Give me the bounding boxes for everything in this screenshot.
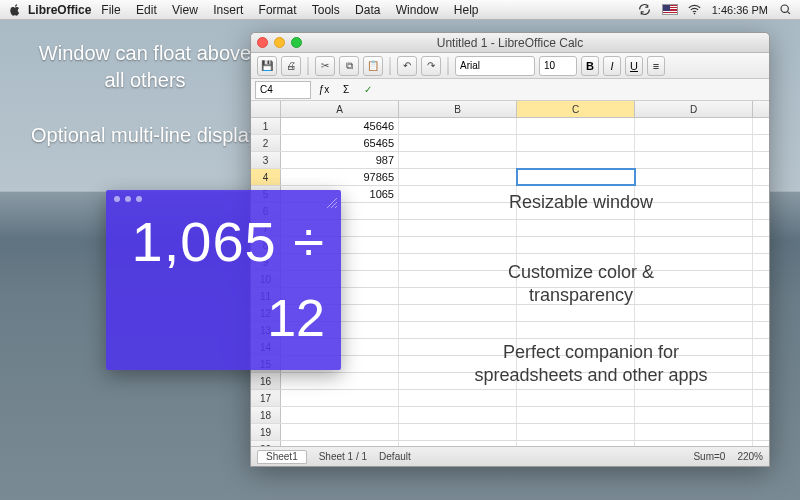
cell[interactable] bbox=[399, 237, 517, 253]
sheet-tab[interactable]: Sheet1 bbox=[257, 450, 307, 464]
resize-handle-icon[interactable] bbox=[327, 194, 337, 204]
undo-icon[interactable]: ↶ bbox=[397, 56, 417, 76]
menu-format[interactable]: Format bbox=[259, 3, 297, 17]
sync-icon[interactable] bbox=[638, 3, 652, 17]
cell[interactable] bbox=[399, 424, 517, 440]
cell[interactable] bbox=[281, 424, 399, 440]
cell[interactable]: 65465 bbox=[281, 135, 399, 151]
italic-button[interactable]: I bbox=[603, 56, 621, 76]
row-header[interactable]: 1 bbox=[251, 118, 281, 134]
cell[interactable] bbox=[399, 220, 517, 236]
sum-icon[interactable]: Σ bbox=[337, 81, 355, 99]
cell[interactable] bbox=[635, 424, 753, 440]
overlay-text-3: Perfect companion for spreadsheets and o… bbox=[471, 341, 711, 388]
input-source-flag-icon[interactable] bbox=[662, 4, 678, 15]
menu-window[interactable]: Window bbox=[396, 3, 439, 17]
cell[interactable] bbox=[635, 118, 753, 134]
cell[interactable] bbox=[281, 373, 399, 389]
cell[interactable] bbox=[517, 118, 635, 134]
cell[interactable] bbox=[399, 135, 517, 151]
row-header[interactable]: 16 bbox=[251, 373, 281, 389]
menu-edit[interactable]: Edit bbox=[136, 3, 157, 17]
cell[interactable] bbox=[517, 390, 635, 406]
cut-icon[interactable]: ✂ bbox=[315, 56, 335, 76]
row-header[interactable]: 2 bbox=[251, 135, 281, 151]
calculator-float-window[interactable]: 1,065 ÷ 12 bbox=[106, 190, 341, 370]
function-wizard-icon[interactable]: ƒx bbox=[315, 81, 333, 99]
cell[interactable]: 45646 bbox=[281, 118, 399, 134]
apple-menu-icon[interactable] bbox=[8, 3, 22, 17]
save-icon[interactable]: 💾 bbox=[257, 56, 277, 76]
row-header[interactable]: 18 bbox=[251, 407, 281, 423]
cell[interactable] bbox=[517, 237, 635, 253]
cell[interactable] bbox=[399, 390, 517, 406]
col-header-c[interactable]: C bbox=[517, 101, 635, 117]
col-header-d[interactable]: D bbox=[635, 101, 753, 117]
cell[interactable] bbox=[635, 135, 753, 151]
zoom-level[interactable]: 220% bbox=[737, 451, 763, 462]
bold-button[interactable]: B bbox=[581, 56, 599, 76]
spotlight-icon[interactable] bbox=[778, 3, 792, 17]
cell[interactable] bbox=[399, 169, 517, 185]
menu-insert[interactable]: Insert bbox=[213, 3, 243, 17]
cell[interactable] bbox=[517, 407, 635, 423]
cell[interactable]: 97865 bbox=[281, 169, 399, 185]
cell[interactable] bbox=[635, 152, 753, 168]
cell[interactable] bbox=[635, 322, 753, 338]
cell[interactable] bbox=[281, 407, 399, 423]
print-icon[interactable]: 🖨 bbox=[281, 56, 301, 76]
select-all-corner[interactable] bbox=[251, 101, 281, 117]
menu-file[interactable]: File bbox=[101, 3, 120, 17]
cell[interactable] bbox=[517, 424, 635, 440]
font-name-select[interactable]: Arial bbox=[455, 56, 535, 76]
cell[interactable] bbox=[517, 152, 635, 168]
menu-view[interactable]: View bbox=[172, 3, 198, 17]
cell[interactable] bbox=[399, 407, 517, 423]
cell[interactable] bbox=[635, 237, 753, 253]
paste-icon[interactable]: 📋 bbox=[363, 56, 383, 76]
cell[interactable] bbox=[635, 169, 753, 185]
underline-button[interactable]: U bbox=[625, 56, 643, 76]
copy-icon[interactable]: ⧉ bbox=[339, 56, 359, 76]
menubar-time[interactable]: 1:46:36 PM bbox=[712, 4, 768, 16]
menu-tools[interactable]: Tools bbox=[312, 3, 340, 17]
calc-close-button[interactable] bbox=[114, 196, 120, 202]
cell[interactable] bbox=[399, 152, 517, 168]
redo-icon[interactable]: ↷ bbox=[421, 56, 441, 76]
col-header-b[interactable]: B bbox=[399, 101, 517, 117]
calc-minimize-button[interactable] bbox=[125, 196, 131, 202]
window-titlebar[interactable]: Untitled 1 - LibreOffice Calc bbox=[251, 33, 769, 53]
cell[interactable] bbox=[517, 220, 635, 236]
cell-reference-box[interactable]: C4 bbox=[255, 81, 311, 99]
cell[interactable]: 987 bbox=[281, 152, 399, 168]
row-header[interactable]: 20 bbox=[251, 441, 281, 446]
cell[interactable] bbox=[635, 220, 753, 236]
app-name[interactable]: LibreOffice bbox=[28, 3, 91, 17]
cell[interactable] bbox=[517, 135, 635, 151]
grid-row: 19 bbox=[251, 424, 769, 441]
wifi-icon[interactable] bbox=[688, 3, 702, 17]
row-header[interactable]: 17 bbox=[251, 390, 281, 406]
cell[interactable] bbox=[517, 322, 635, 338]
cell[interactable] bbox=[281, 441, 399, 446]
accept-icon[interactable]: ✓ bbox=[359, 81, 377, 99]
promo-line-1: Window can float above all others bbox=[30, 40, 260, 94]
cell[interactable] bbox=[635, 390, 753, 406]
row-header[interactable]: 4 bbox=[251, 169, 281, 185]
cell[interactable] bbox=[517, 169, 635, 185]
row-header[interactable]: 3 bbox=[251, 152, 281, 168]
menu-help[interactable]: Help bbox=[454, 3, 479, 17]
calc-zoom-button[interactable] bbox=[136, 196, 142, 202]
menu-data[interactable]: Data bbox=[355, 3, 380, 17]
cell[interactable] bbox=[635, 407, 753, 423]
cell[interactable] bbox=[517, 441, 635, 446]
align-left-icon[interactable]: ≡ bbox=[647, 56, 665, 76]
font-size-select[interactable]: 10 bbox=[539, 56, 577, 76]
cell[interactable] bbox=[399, 118, 517, 134]
cell[interactable] bbox=[635, 441, 753, 446]
cell[interactable] bbox=[399, 322, 517, 338]
cell[interactable] bbox=[399, 441, 517, 446]
cell[interactable] bbox=[281, 390, 399, 406]
row-header[interactable]: 19 bbox=[251, 424, 281, 440]
col-header-a[interactable]: A bbox=[281, 101, 399, 117]
